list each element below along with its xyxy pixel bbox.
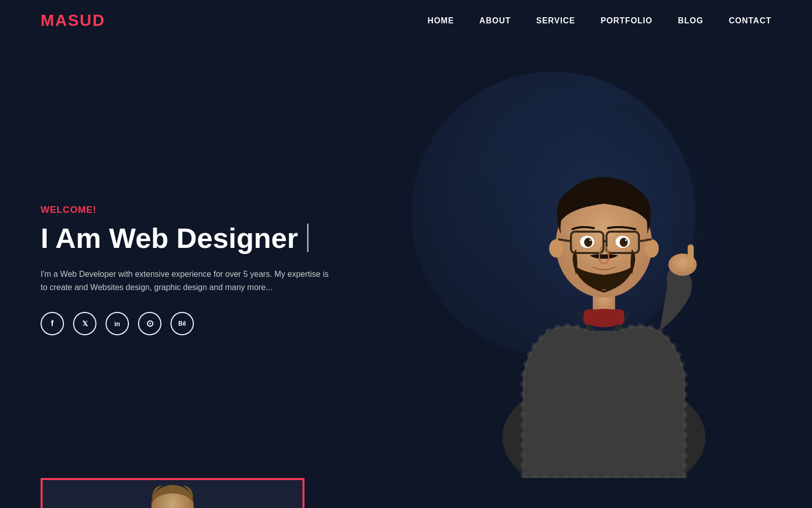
nav-item-portfolio[interactable]: PORTFOLIO	[600, 16, 652, 25]
welcome-text: WELCOME!	[41, 204, 330, 215]
hero-person-image	[457, 72, 751, 478]
social-icon-behance[interactable]: Bē	[171, 312, 194, 335]
social-icon-facebook[interactable]: f	[41, 312, 64, 335]
nav-item-blog[interactable]: BLOG	[678, 16, 703, 25]
nav-link-contact[interactable]: CONTACT	[729, 16, 771, 25]
social-icon-twitter[interactable]: 𝕏	[73, 312, 96, 335]
nav-item-home[interactable]: HOME	[428, 16, 454, 25]
hero-content: WELCOME! I Am Web Designer I'm a Web Dev…	[41, 184, 330, 336]
nav-link-about[interactable]: ABOUT	[480, 16, 511, 25]
nav-item-about[interactable]: ABOUT	[480, 16, 511, 25]
social-icons-list: f 𝕏 in ⊙ Bē	[41, 312, 330, 335]
about-strip: ABOUT ME	[0, 478, 812, 508]
social-icon-linkedin[interactable]: in	[106, 312, 129, 335]
social-icon-instagram[interactable]: ⊙	[138, 312, 161, 335]
hero-image-area	[396, 41, 812, 478]
hero-title: I Am Web Designer	[41, 223, 330, 254]
svg-point-9	[645, 239, 659, 258]
nav-link-service[interactable]: SERVICE	[536, 16, 575, 25]
nav-link-home[interactable]: HOME	[428, 16, 454, 25]
about-image-box	[41, 478, 304, 508]
svg-point-8	[549, 239, 563, 258]
svg-point-22	[625, 239, 627, 241]
nav-link-blog[interactable]: BLOG	[678, 16, 703, 25]
nav-link-portfolio[interactable]: PORTFOLIO	[600, 16, 652, 25]
nav-item-service[interactable]: SERVICE	[536, 16, 575, 25]
about-text-area: ABOUT ME	[304, 478, 444, 508]
navbar: MASUD HOME ABOUT SERVICE PORTFOLIO BLOG …	[0, 0, 812, 41]
svg-point-21	[589, 239, 591, 241]
hero-section: WELCOME! I Am Web Designer I'm a Web Dev…	[0, 41, 812, 478]
svg-rect-3	[688, 244, 694, 267]
hero-description: I'm a Web Developer with extensive exper…	[41, 268, 330, 294]
nav-links: HOME ABOUT SERVICE PORTFOLIO BLOG CONTAC…	[428, 16, 771, 25]
site-logo[interactable]: MASUD	[41, 11, 105, 30]
nav-item-contact[interactable]: CONTACT	[729, 16, 771, 25]
svg-rect-6	[584, 309, 624, 325]
